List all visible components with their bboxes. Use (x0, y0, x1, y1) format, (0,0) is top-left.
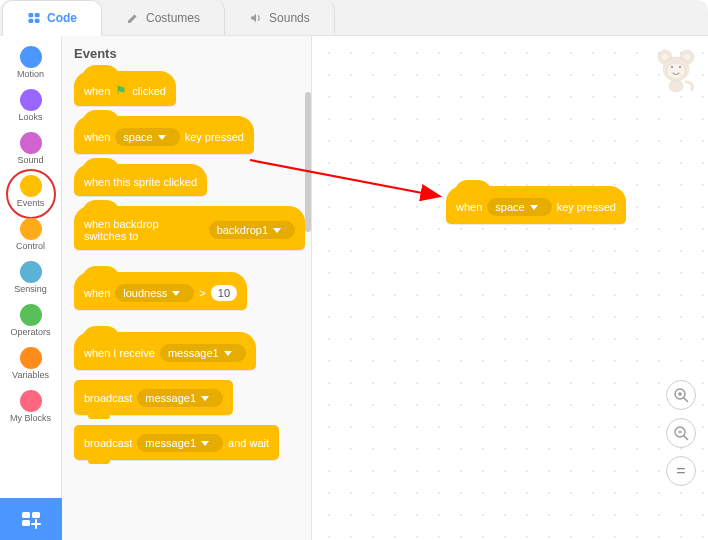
block-text: when (84, 131, 110, 143)
code-icon (27, 11, 41, 25)
chevron-down-icon (530, 205, 538, 210)
category-myblocks[interactable]: My Blocks (0, 386, 61, 429)
chevron-down-icon (201, 441, 209, 446)
sensing-icon (20, 261, 42, 283)
add-extension-button[interactable] (0, 498, 62, 540)
dropdown-value: message1 (168, 347, 219, 359)
sound-icon (249, 11, 263, 25)
dropdown-value: loudness (123, 287, 167, 299)
category-control[interactable]: Control (0, 214, 61, 257)
tab-sounds[interactable]: Sounds (225, 0, 335, 35)
main-area: Motion Looks Sound Events Control Sensin… (0, 36, 708, 540)
dropdown-value: space (495, 201, 524, 213)
tab-costumes[interactable]: Costumes (102, 0, 225, 35)
palette-scrollbar[interactable] (305, 92, 311, 232)
block-text: broadcast (84, 437, 132, 449)
chevron-down-icon (273, 228, 281, 233)
sprite-watermark (656, 48, 696, 97)
loudness-dropdown[interactable]: loudness (115, 284, 194, 302)
category-sidebar: Motion Looks Sound Events Control Sensin… (0, 36, 62, 540)
svg-rect-22 (32, 512, 40, 518)
block-palette: Events when ⚑ clicked when space key pre… (62, 36, 312, 540)
category-events-label: Events (17, 199, 45, 208)
chevron-down-icon (224, 351, 232, 356)
svg-rect-2 (28, 19, 33, 23)
category-motion[interactable]: Motion (0, 42, 61, 85)
message-dropdown[interactable]: message1 (137, 389, 223, 407)
brush-icon (126, 11, 140, 25)
scripts-workspace[interactable]: when space key pressed = (312, 36, 708, 540)
key-dropdown[interactable]: space (487, 198, 551, 216)
category-events[interactable]: Events (0, 171, 61, 214)
category-operators-label: Operators (10, 328, 50, 337)
motion-icon (20, 46, 42, 68)
dropdown-value: message1 (145, 437, 196, 449)
svg-rect-0 (28, 13, 33, 17)
category-sensing-label: Sensing (14, 285, 47, 294)
svg-point-6 (662, 54, 669, 61)
category-operators[interactable]: Operators (0, 300, 61, 343)
category-motion-label: Motion (17, 70, 44, 79)
myblocks-icon (20, 390, 42, 412)
key-dropdown[interactable]: space (115, 128, 179, 146)
svg-point-7 (684, 54, 691, 61)
block-when-backdrop-switches[interactable]: when backdrop switches to backdrop1 (74, 206, 305, 250)
chevron-down-icon (172, 291, 180, 296)
block-when-loudness[interactable]: when loudness > 10 (74, 272, 247, 310)
category-sound[interactable]: Sound (0, 128, 61, 171)
svg-rect-21 (22, 512, 30, 518)
block-text: key pressed (185, 131, 244, 143)
block-text: when (456, 201, 482, 213)
zoom-reset-button[interactable]: = (666, 456, 696, 486)
block-text: when backdrop switches to (84, 218, 204, 242)
block-when-flag-clicked[interactable]: when ⚑ clicked (74, 71, 176, 106)
tab-costumes-label: Costumes (146, 11, 200, 25)
sound-cat-icon (20, 132, 42, 154)
block-broadcast-and-wait[interactable]: broadcast message1 and wait (74, 425, 279, 460)
category-myblocks-label: My Blocks (10, 414, 51, 423)
svg-point-12 (679, 66, 681, 68)
zoom-in-button[interactable] (666, 380, 696, 410)
chevron-down-icon (158, 135, 166, 140)
block-text: when (84, 287, 110, 299)
block-text: key pressed (557, 201, 616, 213)
block-when-key-pressed[interactable]: when space key pressed (74, 116, 254, 154)
operators-icon (20, 304, 42, 326)
tab-sounds-label: Sounds (269, 11, 310, 25)
control-icon (20, 218, 42, 240)
looks-icon (20, 89, 42, 111)
zoom-out-button[interactable] (666, 418, 696, 448)
variables-icon (20, 347, 42, 369)
tab-code-label: Code (47, 11, 77, 25)
palette-title: Events (74, 46, 305, 61)
block-when-i-receive[interactable]: when I receive message1 (74, 332, 256, 370)
message-dropdown[interactable]: message1 (160, 344, 246, 362)
workspace-block-when-key-pressed[interactable]: when space key pressed (446, 186, 626, 224)
events-icon (20, 175, 42, 197)
block-text: when I receive (84, 347, 155, 359)
backdrop-dropdown[interactable]: backdrop1 (209, 221, 295, 239)
dropdown-value: message1 (145, 392, 196, 404)
dropdown-value: backdrop1 (217, 224, 268, 236)
block-text: and wait (228, 437, 269, 449)
block-when-sprite-clicked[interactable]: when this sprite clicked (74, 164, 207, 196)
category-looks[interactable]: Looks (0, 85, 61, 128)
category-variables[interactable]: Variables (0, 343, 61, 386)
svg-point-10 (669, 80, 683, 92)
block-text: broadcast (84, 392, 132, 404)
chevron-down-icon (201, 396, 209, 401)
tab-code[interactable]: Code (2, 0, 102, 36)
category-sensing[interactable]: Sensing (0, 257, 61, 300)
dropdown-value: space (123, 131, 152, 143)
message-dropdown[interactable]: message1 (137, 434, 223, 452)
green-flag-icon: ⚑ (115, 83, 127, 98)
zoom-controls: = (666, 380, 696, 486)
block-broadcast[interactable]: broadcast message1 (74, 380, 233, 415)
svg-rect-1 (35, 13, 40, 17)
block-text: > (199, 287, 205, 299)
threshold-input[interactable]: 10 (211, 285, 237, 301)
category-looks-label: Looks (18, 113, 42, 122)
category-sound-label: Sound (17, 156, 43, 165)
svg-line-18 (684, 436, 688, 440)
svg-point-9 (667, 63, 685, 79)
